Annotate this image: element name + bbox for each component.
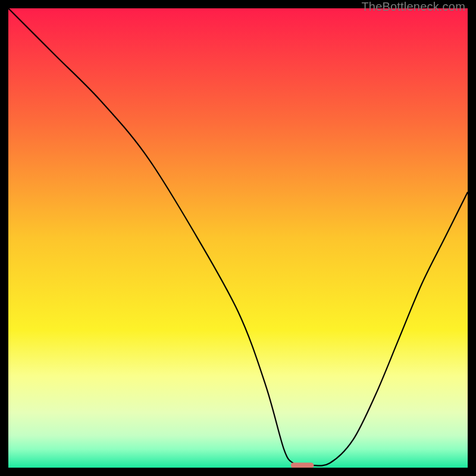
watermark-text: TheBottleneck.com	[361, 0, 465, 14]
optimal-marker	[291, 463, 314, 468]
chart-svg	[8, 8, 468, 468]
plot-area	[8, 8, 468, 468]
chart-container: TheBottleneck.com	[0, 0, 476, 476]
